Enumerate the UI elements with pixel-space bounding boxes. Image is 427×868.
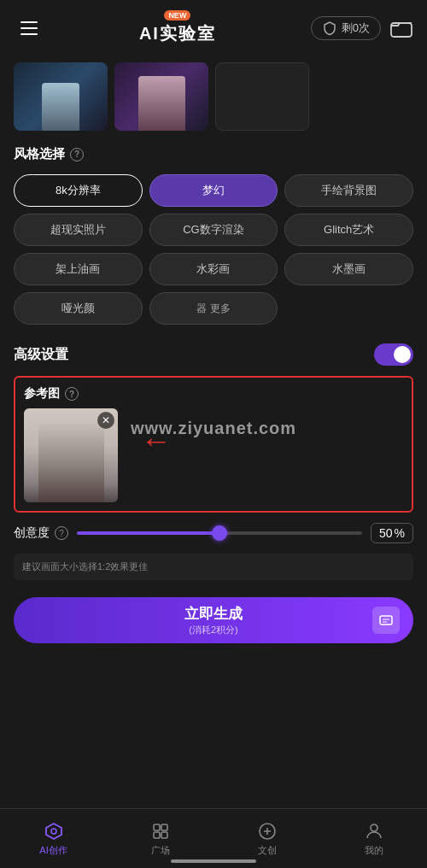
nav-icon-create [257,821,278,842]
remaining-count: 剩0次 [342,21,370,36]
count-display: 剩0次 [311,16,381,40]
advanced-settings-row: 高级设置 [0,333,427,376]
shield-icon [322,21,337,36]
nav-icon-ai [44,821,64,842]
creativity-value-display: 50 % [371,523,413,543]
generated-image-3[interactable] [215,62,309,131]
nav-icon-profile [364,821,384,842]
nav-item-ai[interactable]: AI创作 [0,821,107,857]
advanced-toggle[interactable] [374,343,413,366]
style-tag-oil[interactable]: 架上油画 [14,253,143,285]
reference-help-icon[interactable]: ? [65,387,79,401]
generate-icon [372,607,400,634]
style-tag-watercolor[interactable]: 水彩画 [149,253,278,285]
svg-rect-5 [161,824,167,830]
nav-label-profile: 我的 [365,844,383,857]
hint-bar: 建议画面大小选择1:2效果更佳 [14,554,413,580]
nav-label-ai: AI创作 [39,844,67,857]
style-section-title: 风格选择 ? [14,146,413,162]
image-strip [0,56,427,138]
style-help-icon[interactable]: ? [70,148,84,161]
reference-title: 参考图 ? [24,386,403,402]
nav-icon-square [150,821,171,842]
svg-marker-2 [46,824,61,839]
style-tag-more[interactable]: 器 更多 [149,292,278,325]
header-right: 剩0次 [311,16,413,40]
slider-track [77,531,362,535]
svg-rect-4 [154,824,160,830]
style-section: 风格选择 ? [0,138,427,174]
creativity-unit: % [395,526,405,540]
nav-item-profile[interactable]: 我的 [320,821,427,857]
new-badge: NEW [164,10,190,21]
nav-item-square[interactable]: 广场 [107,821,214,857]
generate-main-text: 立即生成 [184,604,243,624]
advanced-label: 高级设置 [14,346,68,364]
generate-sub-text: (消耗2积分) [184,624,243,636]
home-indicator [171,859,256,863]
creativity-row: 创意度 ? 50 % [0,513,427,554]
nav-label-create: 文创 [258,844,277,857]
reference-close-button[interactable]: ✕ [97,412,114,429]
creativity-slider[interactable] [77,525,362,542]
style-tag-matte[interactable]: 哑光颜 [14,292,143,325]
generated-image-1[interactable] [14,62,108,131]
style-grid: 8k分辨率 梦幻 手绘背景图 超现实照片 CG数字渲染 Glitch艺术 架上油… [0,174,427,333]
header: NEW AI实验室 剩0次 [0,0,427,56]
nav-label-square: 广场 [151,844,170,857]
header-title-wrap: NEW AI实验室 [139,10,216,45]
generated-image-2[interactable] [114,62,208,131]
svg-point-3 [51,829,56,834]
style-tag-surreal[interactable]: 超现实照片 [14,214,143,246]
nav-item-create[interactable]: 文创 [214,821,320,857]
svg-rect-1 [380,616,392,625]
style-tag-dream[interactable]: 梦幻 [149,174,278,207]
generate-button-wrap: 立即生成 (消耗2积分) [0,589,427,652]
folder-icon[interactable] [389,16,413,40]
svg-rect-6 [154,832,160,838]
page-title: AI实验室 [139,22,216,45]
svg-point-9 [371,824,377,831]
style-tag-ink[interactable]: 水墨画 [284,253,413,285]
style-tag-8k[interactable]: 8k分辨率 [14,174,143,207]
reference-image-box[interactable]: ✕ [24,408,118,502]
reference-image-person [38,423,104,503]
reference-section-container: 参考图 ? ✕ ← [0,376,427,513]
creativity-help-icon[interactable]: ? [55,526,68,540]
menu-button[interactable] [14,13,44,44]
style-tag-cg[interactable]: CG数字渲染 [149,214,278,246]
style-tag-glitch[interactable]: Glitch艺术 [284,214,413,246]
main-content: 风格选择 ? 8k分辨率 梦幻 手绘背景图 超现实照片 CG数字渲染 Glitc… [0,56,427,720]
creativity-label: 创意度 ? [14,525,68,541]
hint-text: 建议画面大小选择1:2效果更佳 [22,561,148,572]
generate-button[interactable]: 立即生成 (消耗2积分) [14,597,413,643]
reference-outer-box: 参考图 ? ✕ [14,376,413,513]
style-tag-hand-draw[interactable]: 手绘背景图 [284,174,413,207]
generate-button-text: 立即生成 (消耗2积分) [184,604,243,636]
creativity-value: 50 [379,526,393,540]
slider-thumb[interactable] [212,525,227,541]
svg-rect-7 [161,832,167,838]
